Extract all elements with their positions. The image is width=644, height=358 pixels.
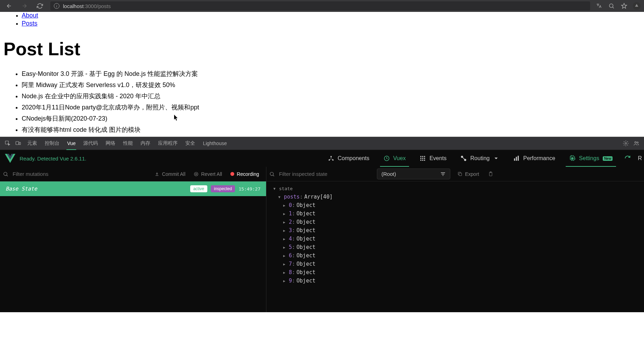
list-item: 2020年1月11日Node party@北京成功举办，附照片、视频和ppt xyxy=(22,103,641,112)
address-bar[interactable]: i localhost:3000/posts xyxy=(50,1,590,10)
svg-rect-3 xyxy=(19,142,21,145)
svg-rect-23 xyxy=(516,157,517,161)
tab-sources[interactable]: 源代码 xyxy=(80,137,101,150)
revert-all-button[interactable]: Revert All xyxy=(189,171,226,177)
nav-performance[interactable]: Performance xyxy=(506,150,562,167)
filter-mutations-input[interactable] xyxy=(13,171,150,177)
search-icon xyxy=(269,171,275,177)
settings-icon[interactable] xyxy=(621,138,631,148)
state-toolbar: (Root) Export xyxy=(266,167,644,181)
refresh-button[interactable] xyxy=(620,155,636,162)
site-info-icon[interactable]: i xyxy=(54,3,59,9)
tab-security[interactable]: 安全 xyxy=(182,137,199,150)
device-icon[interactable] xyxy=(13,138,23,148)
tree-row[interactable]: ▶5: Object xyxy=(269,243,642,251)
nav-settings[interactable]: Settings New xyxy=(562,150,620,167)
tree-row[interactable]: ▶6: Object xyxy=(269,251,642,260)
svg-rect-12 xyxy=(422,156,423,157)
tree-row[interactable]: ▶4: Object xyxy=(269,235,642,243)
tree-row[interactable]: ▶8: Object xyxy=(269,268,642,277)
forward-button[interactable] xyxy=(17,1,31,11)
tab-performance[interactable]: 性能 xyxy=(120,137,136,150)
module-select[interactable]: (Root) xyxy=(377,169,450,179)
tree-row-state[interactable]: ▼state xyxy=(269,184,642,193)
chevron-down-icon xyxy=(493,155,499,162)
tree-row[interactable]: ▶1: Object xyxy=(269,209,642,218)
svg-rect-22 xyxy=(514,158,515,161)
list-item: CNodejs每日新闻(2020-07-23) xyxy=(22,114,641,123)
mutations-pane: Commit All Revert All Recording Base Sta… xyxy=(0,167,266,312)
tab-console[interactable]: 控制台 xyxy=(41,137,63,150)
inspect-icon[interactable] xyxy=(3,138,13,148)
svg-rect-18 xyxy=(422,160,423,161)
tree-row[interactable]: ▶7: Object xyxy=(269,260,642,268)
zoom-icon[interactable] xyxy=(606,1,617,11)
state-tree: ▼state ▼posts: Array[40] ▶0: Object ▶1: … xyxy=(266,181,644,288)
tree-row[interactable]: ▶3: Object xyxy=(269,226,642,235)
export-button[interactable]: Export xyxy=(453,171,483,177)
tab-memory[interactable]: 内存 xyxy=(137,137,154,150)
clipboard-button[interactable] xyxy=(486,171,495,177)
tab-application[interactable]: 应用程序 xyxy=(155,137,181,150)
svg-point-28 xyxy=(270,172,273,175)
tree-row[interactable]: ▶0: Object xyxy=(269,201,642,209)
filter-state-input[interactable] xyxy=(279,171,374,177)
devtools-tabs: 元素 控制台 Vue 源代码 网络 性能 内存 应用程序 安全 Lighthou… xyxy=(0,137,644,150)
download-icon xyxy=(155,172,159,177)
people-icon[interactable] xyxy=(631,138,641,148)
inspected-pill: inspected xyxy=(211,185,235,192)
svg-point-6 xyxy=(637,142,638,143)
tab-lighthouse[interactable]: Lighthouse xyxy=(199,137,230,150)
tab-elements[interactable]: 元素 xyxy=(24,137,41,150)
nav-components[interactable]: Components xyxy=(321,150,377,167)
page-title: Post List xyxy=(3,38,641,59)
new-badge: New xyxy=(603,156,613,161)
tab-vue[interactable]: Vue xyxy=(64,137,79,150)
vue-nav: Components Vuex Events Routing Performan… xyxy=(321,150,644,167)
svg-rect-14 xyxy=(421,158,422,159)
vue-devtools-header: Ready. Detected Vue 2.6.11. Components V… xyxy=(0,150,644,167)
tab-network[interactable]: 网络 xyxy=(102,137,119,150)
nav-routing[interactable]: Routing xyxy=(453,150,506,167)
translate-icon[interactable] xyxy=(594,1,604,11)
extension-icon[interactable] xyxy=(631,1,642,11)
tree-row-posts[interactable]: ▼posts: Array[40] xyxy=(269,193,642,201)
svg-rect-17 xyxy=(421,160,422,161)
vuex-panel: Commit All Revert All Recording Base Sta… xyxy=(0,167,644,312)
performance-icon xyxy=(513,155,520,162)
svg-point-7 xyxy=(330,156,332,157)
nav-extra[interactable]: R xyxy=(636,150,644,167)
active-pill: active xyxy=(190,185,207,192)
browser-right-icons xyxy=(594,1,642,11)
list-item: Easy-Monitor 3.0 开源 - 基于 Egg 的 Node.js 性… xyxy=(22,69,641,79)
tree-row[interactable]: ▶2: Object xyxy=(269,218,642,226)
mutations-toolbar: Commit All Revert All Recording xyxy=(0,167,266,181)
svg-point-0 xyxy=(609,4,613,8)
svg-rect-11 xyxy=(421,156,422,157)
post-list: Easy-Monitor 3.0 开源 - 基于 Egg 的 Node.js 性… xyxy=(3,69,641,137)
nav-events[interactable]: Events xyxy=(413,150,453,167)
svg-point-26 xyxy=(4,172,7,175)
base-state-row[interactable]: Base State active inspected 15:49:27 xyxy=(0,181,266,196)
nav-link-about[interactable]: About xyxy=(22,12,38,19)
commit-all-button[interactable]: Commit All xyxy=(150,171,189,177)
recording-toggle[interactable]: Recording xyxy=(226,171,263,177)
back-button[interactable] xyxy=(2,1,16,11)
svg-rect-2 xyxy=(16,142,19,145)
filter-icon xyxy=(440,171,446,177)
recording-dot-icon xyxy=(230,172,234,176)
revert-icon xyxy=(194,172,199,177)
nav-link-posts[interactable]: Posts xyxy=(22,20,37,27)
svg-rect-16 xyxy=(424,158,425,159)
reload-button[interactable] xyxy=(33,1,47,11)
state-pane: (Root) Export ▼state ▼posts: Array[40] ▶… xyxy=(266,167,644,312)
components-icon xyxy=(328,155,334,162)
nav-vuex[interactable]: Vuex xyxy=(377,150,413,167)
svg-rect-15 xyxy=(422,158,423,159)
favorite-icon[interactable] xyxy=(619,1,629,11)
svg-rect-19 xyxy=(424,160,425,161)
tree-row[interactable]: ▶9: Object xyxy=(269,277,642,285)
url-text: localhost:3000/posts xyxy=(63,3,111,9)
settings-gear-icon xyxy=(569,155,575,162)
svg-rect-24 xyxy=(518,156,519,161)
